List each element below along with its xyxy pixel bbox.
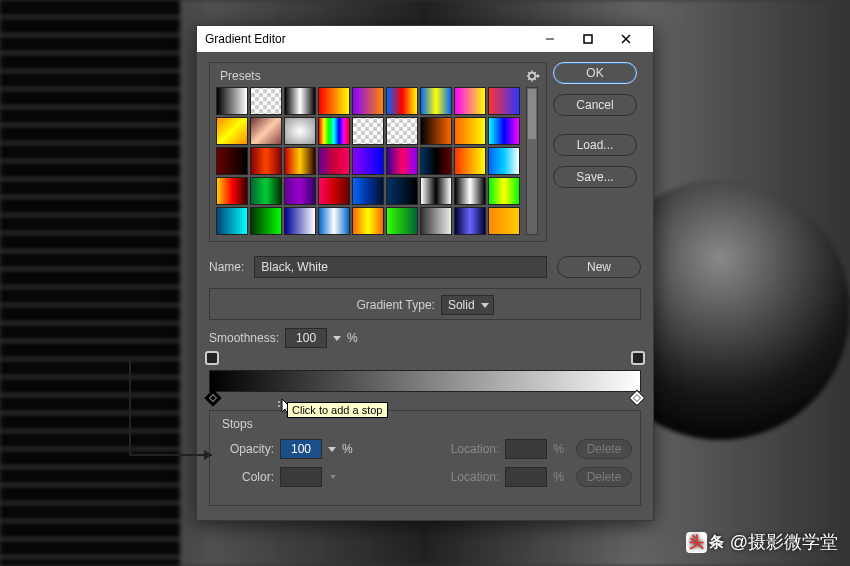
watermark-handle: @摄影微学堂: [730, 530, 838, 554]
preset-swatch-grid: [216, 87, 520, 235]
name-input[interactable]: [254, 256, 547, 278]
gradient-type-select[interactable]: Solid: [441, 295, 494, 315]
load-button[interactable]: Load...: [553, 134, 637, 156]
presets-label: Presets: [216, 69, 526, 83]
svg-rect-1: [584, 35, 592, 43]
color-stop-track[interactable]: [209, 394, 641, 400]
preset-swatch[interactable]: [216, 177, 248, 205]
titlebar[interactable]: Gradient Editor: [197, 26, 653, 52]
opacity-delete-button: Delete: [576, 439, 632, 459]
preset-swatch[interactable]: [420, 147, 452, 175]
preset-swatch[interactable]: [454, 147, 486, 175]
opacity-stop-left[interactable]: [205, 351, 219, 365]
preset-swatch[interactable]: [216, 147, 248, 175]
watermark-brand-icon: 头头条条: [686, 532, 724, 553]
preset-swatch[interactable]: [318, 177, 350, 205]
preset-swatch[interactable]: [352, 147, 384, 175]
stops-panel: Stops Opacity: % Location: % Delete Colo…: [209, 410, 641, 506]
preset-swatch[interactable]: [318, 87, 350, 115]
new-button[interactable]: New: [557, 256, 641, 278]
color-delete-button: Delete: [576, 467, 632, 487]
opacity-label: Opacity:: [218, 442, 274, 456]
chevron-down-icon: [330, 475, 336, 479]
preset-swatch[interactable]: [352, 87, 384, 115]
svg-line-11: [528, 79, 529, 80]
opacity-input[interactable]: [280, 439, 322, 459]
maximize-button[interactable]: [569, 26, 607, 52]
name-label: Name:: [209, 260, 244, 274]
svg-line-12: [535, 72, 536, 73]
preset-swatch[interactable]: [488, 87, 520, 115]
cancel-button[interactable]: Cancel: [553, 94, 637, 116]
color-stop-left[interactable]: [205, 390, 222, 407]
minimize-button[interactable]: [531, 26, 569, 52]
preset-swatch[interactable]: [386, 177, 418, 205]
preset-swatch[interactable]: [488, 177, 520, 205]
smoothness-label: Smoothness:: [209, 331, 279, 345]
preset-swatch[interactable]: [216, 117, 248, 145]
window-title: Gradient Editor: [205, 32, 531, 46]
preset-swatch[interactable]: [386, 207, 418, 235]
preset-swatch[interactable]: [318, 207, 350, 235]
preset-swatch[interactable]: [352, 207, 384, 235]
opacity-stop-right[interactable]: [631, 351, 645, 365]
preset-swatch[interactable]: [284, 207, 316, 235]
preset-swatch[interactable]: [216, 207, 248, 235]
opacity-location-unit: %: [553, 442, 564, 456]
preset-swatch[interactable]: [488, 207, 520, 235]
preset-swatch[interactable]: [284, 177, 316, 205]
opacity-location-label: Location:: [451, 442, 500, 456]
color-swatch: [280, 467, 322, 487]
chevron-down-icon[interactable]: [333, 336, 341, 341]
gradient-bar[interactable]: [209, 370, 641, 392]
preset-swatch[interactable]: [420, 207, 452, 235]
color-stop-right[interactable]: [629, 390, 646, 407]
preset-swatch[interactable]: [352, 177, 384, 205]
preset-swatch[interactable]: [250, 207, 282, 235]
chevron-down-icon: [481, 303, 489, 308]
scroll-thumb[interactable]: [528, 89, 536, 139]
save-button[interactable]: Save...: [553, 166, 637, 188]
smoothness-input[interactable]: [285, 328, 327, 348]
chevron-down-icon[interactable]: [328, 447, 336, 452]
preset-swatch[interactable]: [488, 147, 520, 175]
preset-swatch[interactable]: [386, 87, 418, 115]
preset-swatch[interactable]: [386, 117, 418, 145]
color-location-unit: %: [553, 470, 564, 484]
preset-swatch[interactable]: [454, 117, 486, 145]
preset-swatch[interactable]: [420, 117, 452, 145]
preset-swatch[interactable]: [250, 147, 282, 175]
preset-swatch[interactable]: [488, 117, 520, 145]
gear-icon[interactable]: [526, 69, 540, 83]
color-location-label: Location:: [451, 470, 500, 484]
preset-swatch[interactable]: [216, 87, 248, 115]
close-button[interactable]: [607, 26, 645, 52]
preset-swatch[interactable]: [250, 87, 282, 115]
opacity-unit: %: [342, 442, 353, 456]
preset-swatch[interactable]: [454, 207, 486, 235]
opacity-location-input: [505, 439, 547, 459]
preset-swatch[interactable]: [284, 117, 316, 145]
preset-swatch[interactable]: [250, 117, 282, 145]
svg-line-9: [528, 72, 529, 73]
color-label: Color:: [218, 470, 274, 484]
stops-label: Stops: [218, 417, 632, 431]
preset-swatch[interactable]: [352, 117, 384, 145]
preset-swatch[interactable]: [284, 147, 316, 175]
preset-swatch[interactable]: [454, 177, 486, 205]
presets-scrollbar[interactable]: [526, 87, 538, 235]
gradient-type-box: Gradient Type: Solid: [209, 288, 641, 320]
ok-button[interactable]: OK: [553, 62, 637, 84]
preset-swatch[interactable]: [386, 147, 418, 175]
preset-swatch[interactable]: [420, 87, 452, 115]
opacity-stop-track[interactable]: [209, 356, 641, 362]
svg-line-10: [535, 79, 536, 80]
preset-swatch[interactable]: [318, 147, 350, 175]
preset-swatch[interactable]: [284, 87, 316, 115]
preset-swatch[interactable]: [250, 177, 282, 205]
preset-swatch[interactable]: [420, 177, 452, 205]
preset-swatch[interactable]: [318, 117, 350, 145]
gradient-type-label: Gradient Type:: [356, 298, 435, 312]
svg-point-4: [529, 73, 535, 79]
preset-swatch[interactable]: [454, 87, 486, 115]
